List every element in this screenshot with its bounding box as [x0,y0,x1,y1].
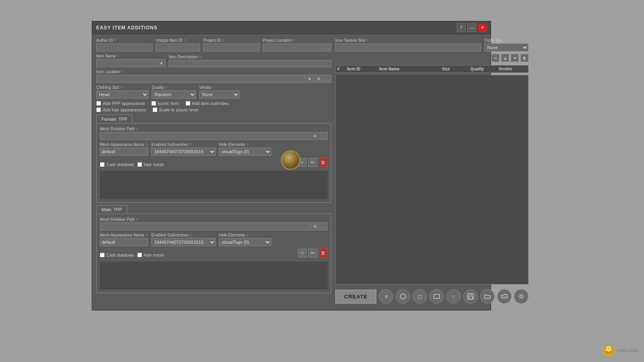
svg-marker-0 [400,294,405,299]
clothing-slot-select[interactable]: Head [96,90,149,99]
scale-to-player-checkbox[interactable] [153,107,157,112]
close-button[interactable]: ✕ [478,23,487,32]
female-hair-mesh-label: Hair mesh [144,162,164,167]
row-names: Item Name ? ▼ Item Description ? [96,54,331,67]
toolbar-icon-circle[interactable]: ○ [446,289,461,304]
male-cast-shadows-checkbox[interactable] [100,253,105,257]
female-cast-shadows-checkbox[interactable] [100,162,105,167]
male-add-button[interactable]: + [298,249,307,257]
male-hair-mesh-item[interactable]: Hair mesh [137,253,164,257]
male-delete-button[interactable]: 🗑 [319,249,328,257]
scale-to-player-checkbox-item[interactable]: Scale to player level [153,107,198,112]
table-edit-icon[interactable]: ✏ [491,54,500,62]
add-hair-checkbox-item[interactable]: Add hair appearances [96,107,146,112]
icon-texture-group: Icon Texture Slot ? [335,38,481,51]
minimize-button[interactable]: — [467,23,476,32]
author-id-input[interactable] [96,43,153,51]
tab-male-tpp[interactable]: Male: TPP [96,205,127,214]
female-submeshes-select[interactable]: 18446744073709551615 [151,148,216,156]
icon-location-help: ? [122,70,124,74]
iconic-item-checkbox[interactable] [151,101,156,106]
male-mesh-path-input[interactable] [100,222,310,230]
male-hair-mesh-label: Hair mesh [144,253,164,257]
create-button[interactable]: CREATE [335,290,376,304]
iconic-item-checkbox-item[interactable]: Iconic item [151,101,179,106]
help-button[interactable]: ? [457,23,466,32]
female-hide-elements-select[interactable]: visualTags (0) [219,148,271,156]
male-hair-mesh-checkbox[interactable] [137,253,142,257]
toolbar-icon-folder2[interactable] [497,289,512,304]
table-down-icon[interactable]: ▼ [511,54,519,62]
svg-rect-4 [469,296,473,299]
branding: 3DMGAME [602,344,639,357]
female-mesh-path-copy-icon[interactable]: ⧉ [311,132,319,140]
unique-item-id-label: Unique Item ID [156,38,183,43]
toolbar-icon-folder1[interactable] [480,289,495,304]
female-mesh-path-help: ? [136,127,138,131]
add-fpp-checkbox-item[interactable]: Add FPP appearance [96,101,145,106]
add-item-overrides-checkbox[interactable] [186,101,190,106]
add-item-overrides-checkbox-item[interactable]: Add item overrides [186,101,229,106]
male-mesh-details-row: Mesh Appearance Name ? Enabled Submeshes… [100,233,328,246]
outfit-slot-select[interactable]: None [484,43,528,51]
row-slots: Clothing Slot ? Head Quality ? Random [96,85,331,99]
male-mesh-name-input[interactable] [100,238,148,246]
project-id-help: ? [222,39,224,43]
male-hide-elements-select[interactable]: visualTags (0) [219,238,271,246]
icon-location-input[interactable] [96,75,305,83]
vendor-label: Vendor [199,85,212,90]
add-fpp-checkbox[interactable] [96,101,101,106]
iconic-item-label: Iconic item [158,101,179,106]
female-mesh-path-input[interactable] [100,132,310,140]
toolbar-icon-list[interactable]: ≡ [379,289,393,304]
female-delete-button[interactable]: 🗑 [319,158,328,167]
icon-location-copy-icon[interactable]: ⧉ [314,75,322,83]
male-edit-button[interactable]: ✏ [308,249,317,257]
male-hide-elements-label: Hide Elements [219,233,245,237]
project-id-input[interactable] [203,43,260,51]
tab-bar-female: Female: TPP [96,115,331,123]
quality-group: Quality ? Random [152,85,196,99]
toolbar-icon-square[interactable]: ◻ [413,289,427,304]
female-edit-button[interactable]: ✏ [308,158,317,167]
male-submeshes-select[interactable]: 18446744073709551615 [151,238,216,246]
project-location-input[interactable] [263,43,322,51]
item-description-input[interactable] [169,60,331,67]
male-submeshes-label: Enabled Submeshes [151,233,188,237]
female-cast-shadows-item[interactable]: Cast shadows [100,162,134,167]
unique-item-id-input[interactable] [156,43,200,51]
tab-female-tpp[interactable]: Female: TPP [96,115,132,123]
branding-logo-icon [602,344,615,357]
checkbox-row-1: Add FPP appearance Iconic item Add item … [96,101,331,106]
female-hair-mesh-item[interactable]: Hair mesh [137,162,164,167]
bottom-toolbar: CREATE ≡ ◻ ○ [335,287,528,306]
male-mesh-path-browse-icon[interactable]: … [320,222,328,230]
col-vendor: Vendor [498,67,526,71]
female-mesh-name-input[interactable] [100,148,148,156]
quality-select[interactable]: Random [152,90,196,99]
icon-texture-input[interactable] [335,43,481,51]
male-submeshes-help: ? [190,233,192,237]
table-delete-icon[interactable]: 🗑 [520,54,528,62]
male-mesh-path-copy-icon[interactable]: ⧉ [311,222,319,230]
item-name-dropdown-icon[interactable]: ▼ [157,59,165,67]
male-action-btns: + ✏ 🗑 [298,249,328,257]
icon-location-dropdown-icon[interactable]: ▼ [305,75,314,83]
icon-location-browse-icon[interactable]: … [323,75,331,83]
tab-bar-male: Male: TPP [96,205,331,214]
add-hair-checkbox[interactable] [96,107,101,112]
author-id-label: Author ID [96,38,113,43]
toolbar-icon-hex[interactable] [396,289,410,304]
female-mesh-path-browse-icon[interactable]: … [320,132,328,140]
toolbar-icon-settings[interactable] [514,289,528,304]
item-name-input[interactable] [96,59,157,67]
toolbar-icon-save[interactable] [463,289,478,304]
male-cast-shadows-item[interactable]: Cast shadows [100,253,134,257]
male-mesh-area [100,261,328,290]
table-up-icon[interactable]: ▲ [501,54,509,62]
outfit-slot-group: Outfit Slot ? None [484,38,528,51]
vendor-select[interactable]: None [199,90,239,99]
toolbar-icon-rect[interactable] [429,289,444,304]
female-hair-mesh-checkbox[interactable] [137,162,142,167]
project-location-browse-button[interactable]: … [323,43,331,51]
